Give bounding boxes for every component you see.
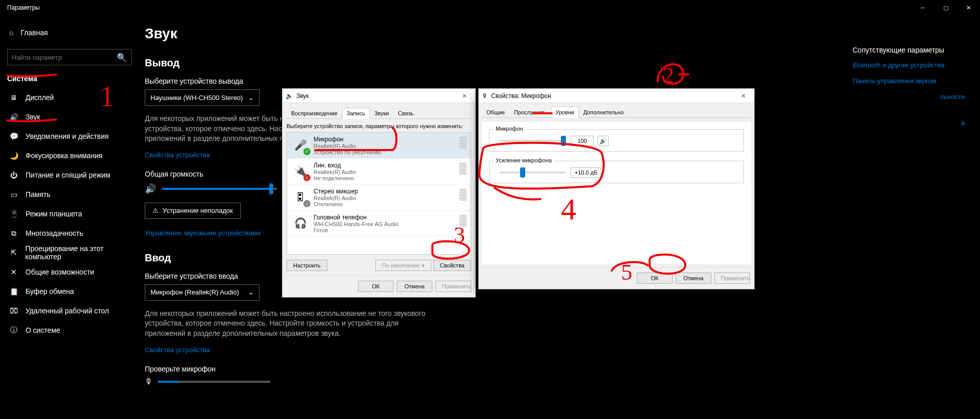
sound-dialog-titlebar[interactable]: 🔈Звук ✕ bbox=[282, 89, 475, 103]
mic-level-slider[interactable] bbox=[500, 136, 566, 146]
input-properties-link[interactable]: Свойства устройства bbox=[145, 346, 965, 354]
close-icon[interactable]: ✕ bbox=[736, 92, 751, 100]
properties-dialog-titlebar[interactable]: 🎙Свойства: Микрофон ✕ bbox=[479, 89, 754, 103]
tab-Уровни[interactable]: Уровни bbox=[551, 107, 579, 118]
device-driver: Realtek(R) Audio bbox=[314, 195, 358, 201]
device-row[interactable]: 🎧 Головной телефон WH-CH500 Hands-Free A… bbox=[287, 211, 471, 237]
partial-link-2[interactable]: а bbox=[853, 119, 965, 127]
nav-icon: 🖥 bbox=[9, 93, 18, 102]
properties-button[interactable]: Свойства bbox=[433, 260, 471, 271]
mic-group-label: Микрофон bbox=[494, 126, 525, 132]
apply-button[interactable]: Применить bbox=[714, 273, 750, 284]
device-driver: Realtek(R) Audio bbox=[314, 169, 356, 175]
sidebar-item-0[interactable]: 🖥Дисплей bbox=[0, 88, 139, 107]
warning-icon: ⚠ bbox=[152, 207, 159, 214]
tab-Звуки[interactable]: Звуки bbox=[370, 108, 394, 119]
sidebar-item-1[interactable]: 🔊Звук bbox=[0, 107, 139, 127]
sidebar-item-9[interactable]: ✕Общие возможности bbox=[0, 262, 139, 282]
input-device-value: Микрофон (Realtek(R) Audio) bbox=[150, 288, 239, 296]
configure-button[interactable]: Настроить bbox=[287, 260, 327, 271]
device-icon: 🎧 bbox=[291, 214, 310, 232]
troubleshoot-label: Устранение неполадок bbox=[163, 207, 233, 214]
partial-link-1[interactable]: льности bbox=[853, 93, 965, 101]
nav-label: Режим планшета bbox=[25, 210, 82, 218]
nav-icon: 🌙 bbox=[9, 152, 18, 160]
home-label: Главная bbox=[20, 29, 47, 37]
tab-Прослушать[interactable]: Прослушать bbox=[509, 107, 551, 118]
ok-button[interactable]: ОК bbox=[358, 281, 394, 292]
device-list[interactable]: 🎤✓ Микрофон Realtek(R) Audio Устройство … bbox=[287, 132, 471, 255]
apply-button[interactable]: Применить bbox=[435, 281, 471, 292]
sidebar-item-10[interactable]: 📋Буфер обмена bbox=[0, 282, 139, 301]
close-button[interactable]: ✕ bbox=[957, 0, 980, 15]
tab-Общие[interactable]: Общие bbox=[482, 107, 509, 118]
device-icon: 🎛↓ bbox=[291, 188, 310, 206]
mute-button[interactable]: 🔊 bbox=[598, 136, 609, 146]
mic-level-value: 100 bbox=[571, 136, 594, 146]
nav-label: Удаленный рабочий стол bbox=[25, 307, 109, 315]
mic-boost-slider[interactable] bbox=[500, 167, 566, 178]
output-device-select[interactable]: Наушники (WH-CH500 Stereo) ⌄ bbox=[145, 89, 260, 106]
sidebar-item-8[interactable]: ⇱Проецирование на этот компьютер bbox=[0, 243, 139, 262]
troubleshoot-button[interactable]: ⚠ Устранение неполадок bbox=[145, 203, 241, 219]
sidebar-item-2[interactable]: 💬Уведомления и действия bbox=[0, 127, 139, 146]
sidebar-item-3[interactable]: 🌙Фокусировка внимания bbox=[0, 146, 139, 165]
cancel-button[interactable]: Отмена bbox=[676, 273, 711, 284]
close-icon[interactable]: ✕ bbox=[457, 92, 472, 100]
titlebar: Параметры ─ ▢ ✕ bbox=[0, 0, 980, 15]
sidebar-item-12[interactable]: ⓘО системе bbox=[0, 321, 139, 340]
nav-label: О системе bbox=[25, 326, 60, 334]
sidebar: ⌂ Главная 🔍 Система 🖥Дисплей🔊Звук💬Уведом… bbox=[0, 15, 139, 419]
tab-Связь[interactable]: Связь bbox=[394, 108, 418, 119]
device-status: Отключено bbox=[314, 201, 358, 207]
device-name: Лин. вход bbox=[314, 162, 356, 169]
window-title: Параметры bbox=[7, 4, 40, 11]
properties-dialog-tabs: ОбщиеПрослушатьУровниДополнительно bbox=[482, 106, 751, 118]
sidebar-item-7[interactable]: ⧉Многозадачность bbox=[0, 224, 139, 243]
chevron-down-icon: ⌄ bbox=[248, 94, 254, 102]
nav-label: Уведомления и действия bbox=[25, 132, 109, 140]
maximize-button[interactable]: ▢ bbox=[934, 0, 957, 15]
nav-icon: ⌧ bbox=[9, 307, 18, 315]
bluetooth-link[interactable]: Bluetooth и другие устройства bbox=[853, 61, 965, 69]
sidebar-item-6[interactable]: 📱Режим планшета bbox=[0, 204, 139, 224]
device-driver: WH-CH500 Hands-Free AG Audio bbox=[314, 221, 398, 227]
nav-label: Звук bbox=[25, 113, 40, 121]
nav-icon: ✕ bbox=[9, 268, 18, 276]
minimize-button[interactable]: ─ bbox=[911, 0, 934, 15]
home-button[interactable]: ⌂ Главная bbox=[0, 22, 139, 43]
input-desc: Для некоторых приложений может быть наст… bbox=[145, 309, 430, 339]
search-input[interactable]: 🔍 bbox=[7, 49, 132, 65]
page-title: Звук bbox=[145, 26, 965, 42]
device-row[interactable]: 🎤✓ Микрофон Realtek(R) Audio Устройство … bbox=[287, 133, 471, 159]
volume-slider[interactable] bbox=[162, 188, 277, 190]
nav-label: Дисплей bbox=[25, 93, 54, 102]
sidebar-item-4[interactable]: ⏻Питание и спящий режим bbox=[0, 165, 139, 185]
cancel-button[interactable]: Отмена bbox=[397, 281, 432, 292]
tab-Дополнительно[interactable]: Дополнительно bbox=[579, 107, 628, 118]
nav-icon: 🔊 bbox=[9, 113, 18, 121]
nav-label: Буфер обмена bbox=[25, 287, 74, 295]
sidebar-item-11[interactable]: ⌧Удаленный рабочий стол bbox=[0, 301, 139, 321]
chevron-down-icon: ▾ bbox=[422, 262, 425, 268]
speaker-icon: 🔊 bbox=[145, 183, 156, 194]
device-row[interactable]: 🎛↓ Стерео микшер Realtek(R) Audio Отключ… bbox=[287, 185, 471, 211]
nav-label: Фокусировка внимания bbox=[25, 152, 102, 160]
device-row[interactable]: 🔌↓ Лин. вход Realtek(R) Audio Не подключ… bbox=[287, 159, 471, 185]
sound-dialog: 🔈Звук ✕ ВоспроизведениеЗаписьЗвукиСвязь … bbox=[282, 88, 476, 298]
default-button[interactable]: По умолчанию ▾ bbox=[375, 260, 431, 271]
instruction-text: Выберите устройство записи, параметры ко… bbox=[287, 123, 471, 129]
search-field[interactable] bbox=[12, 54, 104, 61]
tab-Воспроизведение[interactable]: Воспроизведение bbox=[287, 108, 342, 119]
nav-label: Общие возможности bbox=[25, 268, 94, 276]
ok-button[interactable]: ОК bbox=[637, 273, 673, 284]
nav-icon: ⇱ bbox=[9, 249, 18, 257]
category-label: Система bbox=[0, 75, 139, 83]
sidebar-item-5[interactable]: ▭Память bbox=[0, 185, 139, 204]
input-device-select[interactable]: Микрофон (Realtek(R) Audio) ⌄ bbox=[145, 284, 260, 301]
sound-control-panel-link[interactable]: Панель управления звуком bbox=[853, 77, 965, 85]
device-status: Не подключено bbox=[314, 175, 356, 181]
nav-icon: ⧉ bbox=[9, 229, 18, 238]
output-select-label: Выберите устройство вывода bbox=[145, 77, 965, 85]
tab-Запись[interactable]: Запись bbox=[342, 108, 370, 119]
